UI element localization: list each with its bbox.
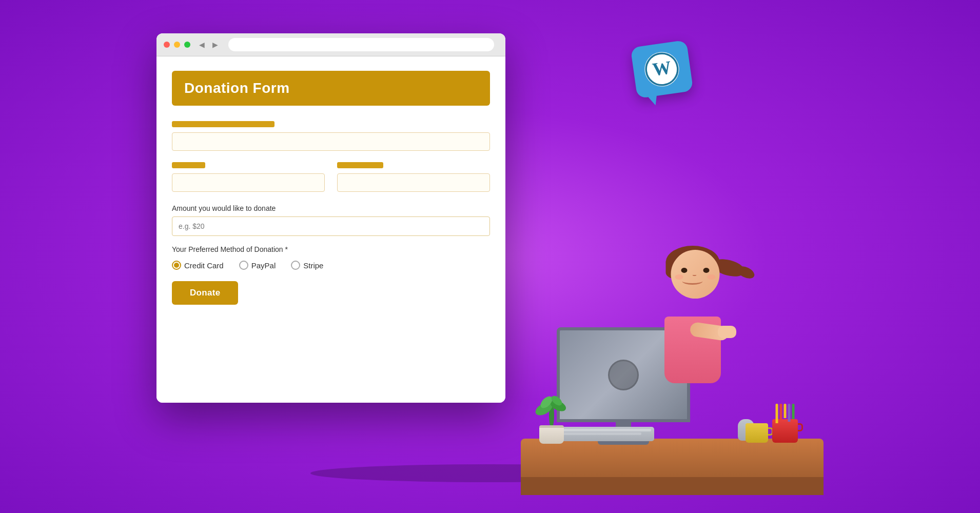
radio-stripe-label: Stripe (303, 261, 323, 270)
form-row-two-col (172, 162, 490, 202)
wordpress-speech-bubble: W (631, 40, 694, 98)
form-label-bar-1 (172, 121, 275, 127)
amount-section: Amount you would like to donate (172, 204, 490, 236)
mug-red-handle (798, 423, 803, 431)
character-illustration (505, 90, 824, 480)
right-cheek (708, 274, 716, 280)
pencil-5 (792, 404, 795, 419)
radio-credit-card[interactable]: Credit Card (172, 261, 224, 270)
radio-credit-card-circle (172, 261, 181, 270)
radio-paypal-label: PayPal (251, 261, 276, 270)
wordpress-logo-icon: W (641, 49, 682, 89)
girl-character (641, 250, 744, 445)
right-eye (703, 268, 710, 273)
plant-leaves-icon (534, 389, 570, 425)
form-label-bar-2 (172, 162, 205, 168)
radio-paypal[interactable]: PayPal (239, 261, 276, 270)
pencil-3 (784, 404, 787, 418)
donate-button[interactable]: Donate (172, 281, 238, 305)
pencil-1 (776, 404, 778, 423)
radio-paypal-circle (239, 261, 248, 270)
main-scene: ◀ ▶ Donation Form (156, 33, 824, 480)
browser-content: Donation Form Amount you would like to (156, 56, 505, 403)
left-eye (681, 268, 688, 273)
radio-group: Credit Card PayPal Stripe (172, 261, 490, 270)
browser-close-btn[interactable] (164, 42, 170, 48)
browser-nav: ◀ ▶ (197, 40, 220, 50)
url-bar[interactable] (228, 38, 494, 51)
form-col-right (337, 162, 490, 202)
form-title-bar: Donation Form (172, 71, 490, 106)
wordpress-bubble: W (634, 44, 690, 95)
payment-method-section: Your Preferred Method of Donation * Cred… (172, 245, 490, 270)
svg-text:W: W (651, 57, 673, 80)
mug-yellow (746, 423, 768, 443)
browser-minimize-btn[interactable] (174, 42, 180, 48)
head (671, 250, 720, 299)
plant (534, 389, 570, 444)
mouth (682, 278, 703, 285)
browser-bar: ◀ ▶ (156, 33, 505, 56)
desk-front (521, 477, 824, 495)
forward-arrow-icon[interactable]: ▶ (210, 40, 220, 50)
pencils (776, 404, 795, 423)
hair-back-container (669, 250, 717, 299)
form-col-left (172, 162, 325, 202)
method-label: Your Preferred Method of Donation * (172, 245, 490, 253)
form-title: Donation Form (184, 80, 290, 96)
girl-hand (718, 326, 736, 338)
pencil-2 (780, 404, 782, 420)
plant-pot (539, 425, 564, 444)
nose (693, 273, 697, 276)
radio-credit-card-label: Credit Card (184, 261, 224, 270)
amount-label: Amount you would like to donate (172, 204, 490, 212)
amount-input[interactable] (172, 216, 490, 236)
radio-stripe-circle (291, 261, 300, 270)
form-label-bar-3 (337, 162, 383, 168)
mug-group (746, 419, 798, 443)
back-arrow-icon[interactable]: ◀ (197, 40, 207, 50)
browser-window: ◀ ▶ Donation Form (156, 33, 505, 403)
left-cheek (675, 274, 683, 280)
field-3[interactable] (337, 173, 490, 192)
field-1[interactable] (172, 132, 490, 151)
pencil-4 (788, 404, 791, 422)
field-2[interactable] (172, 173, 325, 192)
desk (521, 439, 824, 480)
screen-decoration (608, 360, 639, 390)
mug-red (772, 419, 798, 443)
radio-stripe[interactable]: Stripe (291, 261, 323, 270)
browser-maximize-btn[interactable] (184, 42, 190, 48)
